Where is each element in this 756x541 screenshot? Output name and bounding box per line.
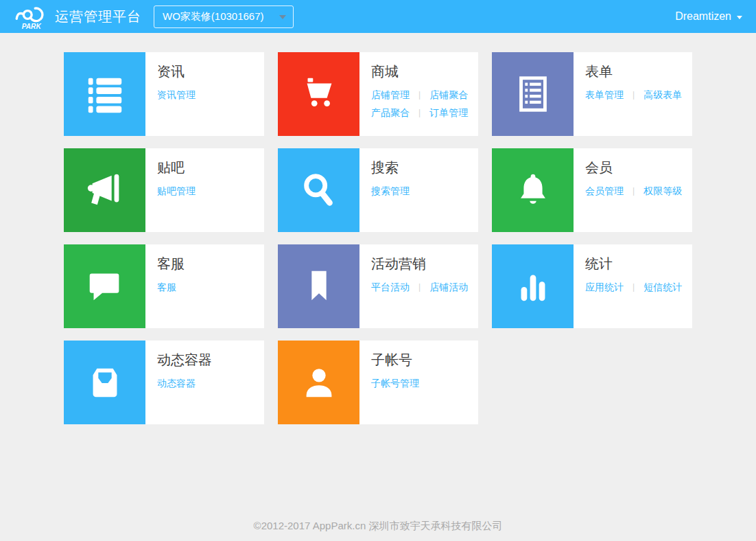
module-card: 统计 应用统计|短信统计 <box>492 244 692 328</box>
module-card: 活动营销 平台活动|店铺活动 <box>278 244 478 328</box>
module-link[interactable]: 产品聚合 <box>371 104 410 122</box>
module-link-row: 资讯管理 <box>157 86 196 104</box>
module-title: 会员 <box>585 159 682 176</box>
module-link[interactable]: 平台活动 <box>371 278 410 296</box>
module-card-body: 活动营销 平台活动|店铺活动 <box>359 244 475 328</box>
module-card: 搜索 搜索管理 <box>278 148 478 232</box>
module-links: 资讯管理 <box>157 86 196 104</box>
module-card-body: 资讯 资讯管理 <box>145 52 202 136</box>
app-selector-dropdown[interactable]: WO家装修(10301667) <box>154 5 294 28</box>
module-card: 表单 表单管理|高级表单 <box>492 52 692 136</box>
cart-icon[interactable] <box>278 52 359 136</box>
module-link-row: 产品聚合|订单管理 <box>371 104 468 122</box>
bar-chart-icon[interactable] <box>492 244 574 328</box>
module-link[interactable]: 动态容器 <box>157 374 196 392</box>
module-links: 表单管理|高级表单 <box>585 86 682 104</box>
module-title: 统计 <box>585 255 682 272</box>
module-links: 贴吧管理 <box>157 182 196 200</box>
module-title: 商城 <box>371 63 468 80</box>
module-card: 动态容器 动态容器 <box>64 341 264 424</box>
module-links: 子帐号管理 <box>371 374 419 392</box>
module-card-body: 统计 应用统计|短信统计 <box>574 244 689 328</box>
module-link-row: 表单管理|高级表单 <box>585 86 682 104</box>
module-link[interactable]: 店铺活动 <box>429 278 468 296</box>
user-menu-dropdown[interactable]: Dreamtizen <box>675 10 742 23</box>
module-link[interactable]: 高级表单 <box>643 86 682 104</box>
link-separator: | <box>418 86 421 104</box>
module-card-body: 搜索 搜索管理 <box>359 148 416 232</box>
link-separator: | <box>633 86 635 104</box>
form-icon[interactable] <box>492 52 574 136</box>
module-link[interactable]: 表单管理 <box>585 86 624 104</box>
module-cards-grid: 资讯 资讯管理 商城 店铺管理|店铺聚合产品聚合|订单管理 表单 表单管理|高级… <box>64 52 692 424</box>
app-selector-value: WO家装修(10301667) <box>163 10 264 23</box>
module-card-body: 动态容器 动态容器 <box>145 341 219 424</box>
module-link-row: 客服 <box>157 278 185 296</box>
module-title: 子帐号 <box>371 352 419 368</box>
module-card: 会员 会员管理|权限等级 <box>492 148 692 232</box>
module-link-row: 子帐号管理 <box>371 374 419 392</box>
module-link[interactable]: 订单管理 <box>429 104 468 122</box>
module-link-row: 贴吧管理 <box>157 182 196 200</box>
chevron-down-icon <box>737 16 742 19</box>
module-title: 表单 <box>585 63 682 80</box>
megaphone-icon[interactable] <box>64 148 145 232</box>
module-link[interactable]: 店铺聚合 <box>429 86 468 104</box>
module-link[interactable]: 客服 <box>157 278 176 296</box>
bookmark-icon[interactable] <box>278 244 359 328</box>
module-title: 活动营销 <box>371 255 468 272</box>
module-title: 资讯 <box>157 63 196 80</box>
module-links: 会员管理|权限等级 <box>585 182 682 200</box>
platform-title: 运营管理平台 <box>55 8 141 26</box>
module-link[interactable]: 会员管理 <box>585 182 624 200</box>
link-separator: | <box>633 182 635 200</box>
module-title: 客服 <box>157 255 185 272</box>
link-separator: | <box>418 278 421 296</box>
module-card-body: 会员 会员管理|权限等级 <box>574 148 689 232</box>
module-links: 平台活动|店铺活动 <box>371 278 468 296</box>
module-card-body: 子帐号 子帐号管理 <box>359 341 426 424</box>
app-logo: PARK <box>14 3 51 30</box>
module-link[interactable]: 应用统计 <box>585 278 624 296</box>
module-link[interactable]: 搜索管理 <box>371 182 410 200</box>
module-links: 客服 <box>157 278 185 296</box>
module-link-row: 会员管理|权限等级 <box>585 182 682 200</box>
module-link-row: 应用统计|短信统计 <box>585 278 682 296</box>
module-card: 子帐号 子帐号管理 <box>278 341 478 424</box>
module-link[interactable]: 店铺管理 <box>371 86 410 104</box>
link-separator: | <box>418 104 421 122</box>
module-links: 应用统计|短信统计 <box>585 278 682 296</box>
user-icon[interactable] <box>278 341 359 424</box>
search-icon[interactable] <box>278 148 359 232</box>
module-link-row: 平台活动|店铺活动 <box>371 278 468 296</box>
list-icon[interactable] <box>64 52 145 136</box>
footer-copyright: ©2012-2017 AppPark.cn 深圳市致宇天承科技有限公司 <box>0 509 756 541</box>
module-links: 搜索管理 <box>371 182 410 200</box>
module-links: 动态容器 <box>157 374 212 392</box>
top-navbar: PARK 运营管理平台 WO家装修(10301667) Dreamtizen <box>0 0 756 33</box>
module-card-body: 商城 店铺管理|店铺聚合产品聚合|订单管理 <box>359 52 475 136</box>
module-card: 贴吧 贴吧管理 <box>64 148 264 232</box>
cloud-logo-icon: PARK <box>14 3 51 30</box>
user-menu-label: Dreamtizen <box>675 10 731 23</box>
module-link[interactable]: 权限等级 <box>643 182 682 200</box>
module-link[interactable]: 短信统计 <box>643 278 682 296</box>
chat-icon[interactable] <box>64 244 145 328</box>
module-link[interactable]: 贴吧管理 <box>157 182 196 200</box>
module-link[interactable]: 资讯管理 <box>157 86 196 104</box>
module-link[interactable]: 子帐号管理 <box>371 374 419 392</box>
inbox-icon[interactable] <box>64 341 145 424</box>
chevron-down-icon <box>279 15 286 19</box>
module-card-body: 客服 客服 <box>145 244 191 328</box>
module-links: 店铺管理|店铺聚合产品聚合|订单管理 <box>371 86 468 122</box>
module-title: 搜索 <box>371 159 410 176</box>
module-link-row: 动态容器 <box>157 374 212 392</box>
link-separator: | <box>633 278 635 296</box>
module-title: 贴吧 <box>157 159 196 176</box>
bell-icon[interactable] <box>492 148 574 232</box>
logo-wordmark: PARK <box>22 23 42 30</box>
module-card: 资讯 资讯管理 <box>64 52 264 136</box>
module-card: 客服 客服 <box>64 244 264 328</box>
module-link-row: 店铺管理|店铺聚合 <box>371 86 468 104</box>
module-card-body: 表单 表单管理|高级表单 <box>574 52 689 136</box>
